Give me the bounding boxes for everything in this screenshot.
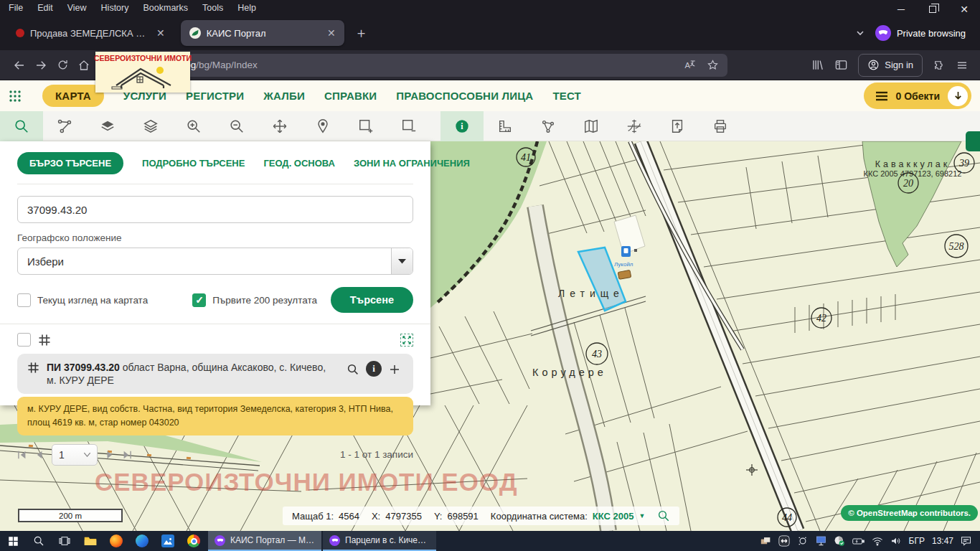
add-result-button[interactable] <box>386 361 403 378</box>
nav-test[interactable]: ТЕСТ <box>552 90 581 102</box>
translate-icon[interactable]: A <box>684 59 697 72</box>
coordinate-search-icon[interactable] <box>657 509 670 522</box>
menu-history[interactable]: History <box>101 3 129 13</box>
first-page-button[interactable] <box>17 450 27 460</box>
url-field[interactable]: kais.cadastre.bg/bg/Map/Index A <box>102 54 727 77</box>
zoom-to-result-button[interactable] <box>344 361 362 378</box>
tray-capture-icon[interactable] <box>797 536 809 546</box>
tool-measure-area[interactable] <box>527 111 570 141</box>
label-letishte: Летище <box>558 288 624 299</box>
tool-layers-base[interactable] <box>86 111 129 141</box>
tool-zoom-in[interactable] <box>172 111 215 141</box>
language-indicator[interactable]: БГР <box>909 536 925 546</box>
tab-prodava[interactable]: Продава ЗЕМЕДЕЛСКА ЗЕМЯ в ✕ <box>7 20 174 46</box>
file-explorer-button[interactable] <box>77 531 103 551</box>
tab-kais-portal[interactable]: КАИС Портал ✕ <box>181 20 344 46</box>
edge-button[interactable] <box>129 531 155 551</box>
extensions-icon[interactable] <box>933 59 946 72</box>
objects-button[interactable]: 0 Обекти <box>864 83 971 109</box>
tool-location-pin[interactable] <box>301 111 344 141</box>
tool-select-rect-remove[interactable] <box>387 111 430 141</box>
current-view-checkbox[interactable] <box>17 293 31 307</box>
chrome-button[interactable] <box>181 531 207 551</box>
clock[interactable]: 13:47 <box>932 536 953 546</box>
select-dropdown-icon[interactable] <box>391 248 413 274</box>
menu-help[interactable]: Help <box>237 3 256 13</box>
tab-detailed-search[interactable]: ПОДРОБНО ТЪРСЕНЕ <box>142 158 245 169</box>
parcel-search-input[interactable] <box>17 196 413 223</box>
tray-security-icon[interactable] <box>834 535 845 547</box>
tool-layers[interactable] <box>129 111 172 141</box>
crs-selector[interactable]: Координатна система: ККС 2005 ▼ <box>491 511 646 522</box>
menu-bookmarks[interactable]: Bookmarks <box>143 3 188 13</box>
tray-volume-icon[interactable] <box>890 536 902 546</box>
home-button[interactable] <box>73 55 95 76</box>
tab-restriction-zones[interactable]: ЗОНИ НА ОГРАНИЧЕНИЯ <box>354 158 470 169</box>
taskbar-window-kais[interactable]: КАИС Портал — Mo... <box>208 531 321 551</box>
taskbar-window-parceli[interactable]: Парцели в с. Кичево... <box>323 531 436 551</box>
last-page-button[interactable] <box>122 450 132 460</box>
next-page-button[interactable] <box>105 450 115 460</box>
sidebar-icon[interactable] <box>834 58 848 72</box>
result-row[interactable]: ПИ 37099.43.20 област Варна, община Акса… <box>17 354 413 394</box>
tool-info[interactable]: i <box>440 111 484 141</box>
tray-battery-icon[interactable] <box>852 537 864 546</box>
select-all-results-checkbox[interactable] <box>17 333 31 347</box>
tool-measure-distance[interactable] <box>484 111 527 141</box>
svg-text:43: 43 <box>592 349 602 359</box>
action-center-icon[interactable] <box>961 536 971 546</box>
osm-attribution[interactable]: © OpenStreetMap contributors. <box>841 505 978 521</box>
tool-pan[interactable] <box>258 111 301 141</box>
forward-button[interactable] <box>30 55 52 76</box>
prev-page-button[interactable] <box>34 450 44 460</box>
tab-close-icon[interactable]: ✕ <box>156 27 165 39</box>
geo-position-select[interactable]: Избери <box>17 248 413 275</box>
tool-zoom-out[interactable] <box>215 111 258 141</box>
panel-collapse-toggle[interactable] <box>966 131 980 151</box>
tool-route[interactable] <box>43 111 86 141</box>
tab-geodetic-basis[interactable]: ГЕОД. ОСНОВА <box>263 158 335 169</box>
tool-map-sheets[interactable] <box>570 111 613 141</box>
start-button[interactable] <box>0 531 26 551</box>
tool-select-rect-add[interactable] <box>344 111 387 141</box>
taskbar-search-button[interactable] <box>26 531 52 551</box>
reload-button[interactable] <box>52 55 73 76</box>
sign-in-button[interactable]: Sign in <box>858 54 923 77</box>
first-200-checkbox[interactable] <box>192 293 206 307</box>
menu-view[interactable]: View <box>67 3 87 13</box>
tray-remote-icon[interactable] <box>778 535 790 547</box>
expand-results-button[interactable] <box>400 334 413 347</box>
page-select[interactable]: 1 <box>52 444 98 466</box>
list-tabs-chevron-icon[interactable] <box>855 28 865 38</box>
tool-coordinates[interactable] <box>613 111 656 141</box>
app-menu-icon[interactable] <box>956 59 969 72</box>
objects-download-circle[interactable] <box>948 86 968 106</box>
bookmark-star-icon[interactable] <box>707 59 719 71</box>
back-button[interactable] <box>9 55 30 76</box>
library-icon[interactable] <box>811 58 824 72</box>
menu-tools[interactable]: Tools <box>202 3 223 13</box>
tool-export[interactable] <box>656 111 699 141</box>
new-tab-button[interactable]: ＋ <box>354 24 368 42</box>
tab-close-icon[interactable]: ✕ <box>327 27 336 39</box>
tray-wifi-icon[interactable] <box>872 537 883 546</box>
photos-button[interactable] <box>155 531 181 551</box>
tray-display-icon[interactable] <box>816 536 826 546</box>
search-button[interactable]: Търсене <box>331 287 413 313</box>
tab-quick-search[interactable]: БЪРЗО ТЪРСЕНЕ <box>17 152 123 174</box>
nav-pravosposobni-litsa[interactable]: ПРАВОСПОСОБНИ ЛИЦА <box>396 90 533 102</box>
tool-search[interactable] <box>0 111 43 141</box>
tool-print[interactable] <box>699 111 742 141</box>
menu-edit[interactable]: Edit <box>37 3 53 13</box>
apps-grid-icon[interactable] <box>9 89 23 103</box>
result-info-button[interactable]: i <box>366 361 382 377</box>
result-text: ПИ 37099.43.20 област Варна, община Акса… <box>47 361 337 387</box>
nav-zhalbi[interactable]: ЖАЛБИ <box>263 90 305 102</box>
nav-spravki[interactable]: СПРАВКИ <box>324 90 377 102</box>
nav-registri[interactable]: РЕГИСТРИ <box>186 90 244 102</box>
nav-karta[interactable]: КАРТА <box>42 85 104 107</box>
menu-file[interactable]: File <box>9 3 23 13</box>
tray-windows-icon[interactable] <box>760 537 771 546</box>
task-view-button[interactable] <box>52 531 77 551</box>
firefox-button[interactable] <box>103 531 129 551</box>
